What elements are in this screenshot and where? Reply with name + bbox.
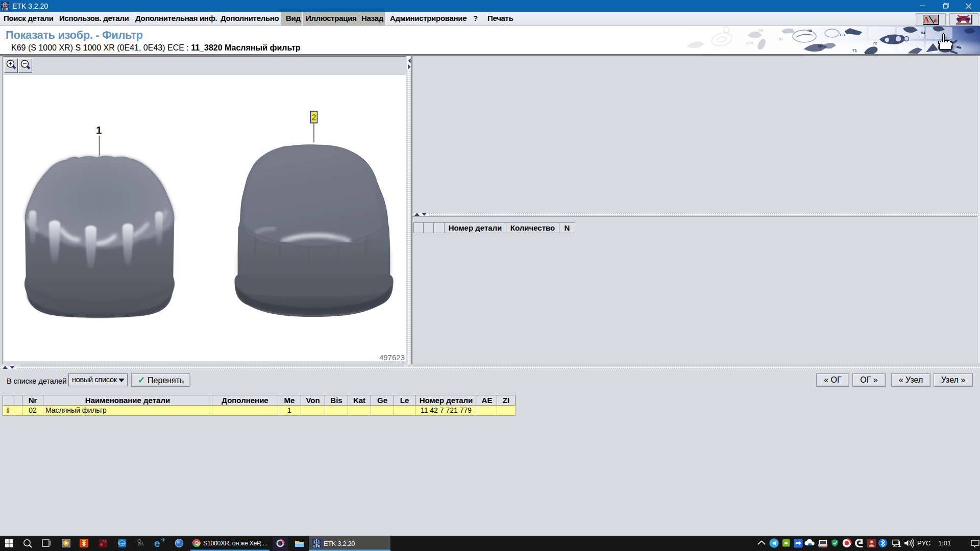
svg-text:e: e xyxy=(154,537,160,549)
svg-text:1: 1 xyxy=(96,124,102,136)
svg-text:66: 66 xyxy=(818,44,822,48)
svg-text:A: A xyxy=(923,15,929,24)
svg-text:72: 72 xyxy=(873,41,877,45)
svg-text:52: 52 xyxy=(779,37,783,41)
svg-text:71: 71 xyxy=(852,48,857,53)
svg-text:S: S xyxy=(103,539,106,543)
svg-text:ETK 3.2.20: ETK 3.2.20 xyxy=(324,540,355,547)
svg-text:38: 38 xyxy=(807,29,812,33)
svg-text:54: 54 xyxy=(921,31,925,35)
svg-text:ETK: ETK xyxy=(313,544,320,548)
svg-text:РУС: РУС xyxy=(917,539,930,547)
svg-text:S1000XR, он же ХеР, ...: S1000XR, он же ХеР, ... xyxy=(203,540,267,547)
svg-text:34: 34 xyxy=(758,28,763,33)
svg-text:379: 379 xyxy=(746,41,753,45)
svg-text:63: 63 xyxy=(840,33,845,37)
svg-text:2: 2 xyxy=(311,113,316,122)
svg-text:a: a xyxy=(934,16,937,23)
svg-text:intel: intel xyxy=(119,542,125,545)
svg-text:ETK: ETK xyxy=(2,7,9,11)
svg-text:1:01: 1:01 xyxy=(938,539,951,547)
svg-text:497623: 497623 xyxy=(379,353,405,361)
